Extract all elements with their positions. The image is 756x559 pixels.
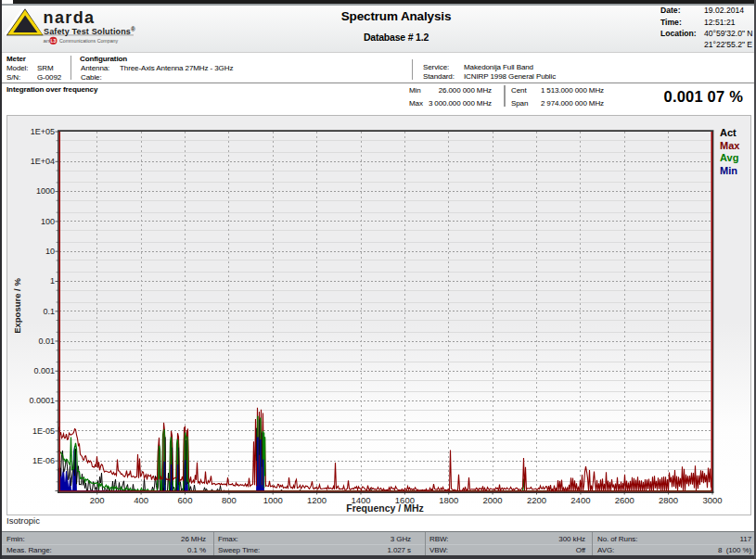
svg-text:0.01: 0.01 [38, 337, 55, 346]
svg-text:400: 400 [134, 495, 148, 505]
svg-text:2400: 2400 [570, 495, 590, 505]
svg-text:1000: 1000 [36, 186, 55, 196]
svg-text:2200: 2200 [527, 495, 546, 505]
svg-text:2800: 2800 [659, 495, 678, 505]
svg-text:800: 800 [222, 495, 237, 505]
svg-text:Frequency / MHz: Frequency / MHz [346, 502, 423, 514]
svg-text:Exposure / %: Exposure / % [12, 278, 22, 334]
svg-text:1E+05: 1E+05 [31, 127, 55, 136]
svg-text:0.1: 0.1 [43, 307, 55, 316]
svg-text:Max: Max [720, 140, 740, 151]
svg-text:Min: Min [720, 165, 737, 176]
svg-text:Avg: Avg [720, 152, 738, 163]
svg-text:0.001: 0.001 [33, 366, 55, 375]
svg-text:1E+04: 1E+04 [31, 157, 55, 166]
svg-text:Act: Act [720, 127, 737, 138]
svg-text:10: 10 [45, 247, 55, 256]
svg-text:100: 100 [41, 217, 55, 226]
svg-text:2000: 2000 [483, 495, 503, 505]
svg-text:200: 200 [90, 495, 105, 505]
svg-text:3000: 3000 [702, 495, 722, 505]
svg-text:1000: 1000 [263, 495, 283, 505]
svg-text:1E-06: 1E-06 [32, 456, 55, 465]
svg-text:1: 1 [50, 276, 55, 286]
svg-text:600: 600 [178, 495, 193, 505]
svg-text:1E-05: 1E-05 [32, 426, 55, 436]
svg-text:0.0001: 0.0001 [29, 396, 55, 405]
svg-text:1200: 1200 [307, 495, 327, 505]
svg-text:1800: 1800 [439, 495, 458, 505]
svg-text:2600: 2600 [615, 495, 634, 505]
